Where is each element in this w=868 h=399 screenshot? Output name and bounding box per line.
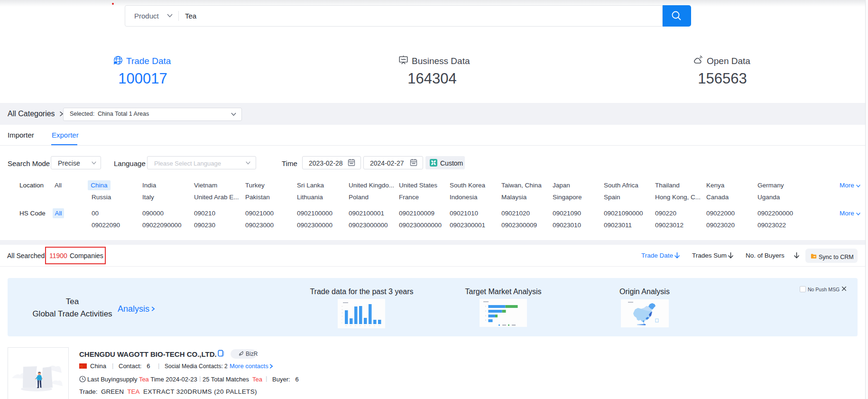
svg-text:24: 24 bbox=[379, 325, 380, 326]
svg-text:4: 4 bbox=[485, 319, 486, 321]
svg-text:5: 5 bbox=[342, 322, 342, 324]
svg-text:2: 2 bbox=[485, 310, 486, 312]
svg-text:23: 23 bbox=[369, 325, 370, 326]
svg-text:23: 23 bbox=[360, 325, 361, 326]
svg-text:15: 15 bbox=[342, 309, 343, 310]
svg-text:12: 12 bbox=[342, 312, 343, 314]
svg-text:22: 22 bbox=[345, 325, 347, 326]
svg-text:3: 3 bbox=[485, 315, 486, 317]
svg-text:10: 10 bbox=[342, 315, 343, 317]
svg-text:7: 7 bbox=[342, 319, 342, 320]
svg-text:24: 24 bbox=[374, 325, 375, 326]
svg-text:1: 1 bbox=[485, 306, 486, 307]
svg-text:22: 22 bbox=[350, 325, 351, 326]
svg-text:23: 23 bbox=[364, 325, 366, 326]
svg-text:17: 17 bbox=[342, 306, 343, 307]
svg-text:23: 23 bbox=[355, 325, 356, 326]
